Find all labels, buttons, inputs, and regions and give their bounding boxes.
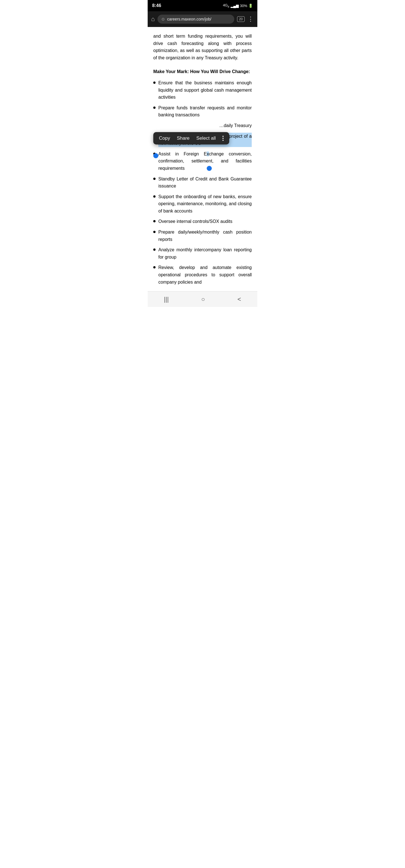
url-text: careers.maxeon.com/job/ <box>167 17 211 21</box>
recent-apps-button[interactable]: ||| <box>164 296 169 303</box>
status-bar: 8:46 4GE ▂▄▆ 30% 🔋 <box>148 0 257 11</box>
url-security-icon: ⊙ <box>162 17 165 21</box>
list-item: Review, develop and automate existing op… <box>153 264 252 286</box>
nav-bar: ||| ○ < <box>148 291 257 307</box>
bullet-text: Standby Letter of Credit and Bank Guaran… <box>158 176 252 190</box>
share-button[interactable]: Share <box>177 135 190 141</box>
browser-bar: ⌂ ⊙ careers.maxeon.com/job/ 20 ⋮ <box>148 11 257 27</box>
list-item-partial: …daily Treasury <box>153 122 252 129</box>
home-button[interactable]: ○ <box>201 296 205 303</box>
bullet-list: Ensure that the business maintains enoug… <box>153 79 252 286</box>
bullet-text: Prepare funds transfer requests and moni… <box>158 104 252 119</box>
status-time: 8:46 <box>152 3 161 8</box>
bullet-dot <box>153 266 155 269</box>
list-item: Prepare daily/weekly/monthly cash positi… <box>153 228 252 243</box>
bullet-dot <box>153 248 155 251</box>
selection-handle-right[interactable] <box>207 166 212 171</box>
bullet-text: Support the onboarding of new banks, ens… <box>158 193 252 215</box>
bullet-dot <box>153 220 155 222</box>
list-item: Analyze monthly intercompany loan report… <box>153 246 252 260</box>
list-item: Oversee internal controls/SOX audits <box>153 218 252 225</box>
bullet-text: Assist in Foreign Exchange conversion, c… <box>158 150 252 172</box>
signal-icon: ▂▄▆ <box>231 4 239 8</box>
more-options-button[interactable] <box>223 136 224 141</box>
bullet-text-partial: …daily Treasury <box>153 122 252 129</box>
bullet-text: Ensure that the business maintains enoug… <box>158 79 252 101</box>
bullet-text: Prepare daily/weekly/monthly cash positi… <box>158 228 252 243</box>
selection-handle-left[interactable] <box>153 153 158 158</box>
select-all-button[interactable]: Select all <box>196 135 216 141</box>
list-item: Standby Letter of Credit and Bank Guaran… <box>153 176 252 190</box>
bullet-text: Oversee internal controls/SOX audits <box>158 218 252 225</box>
bullet-dot <box>153 178 155 180</box>
bullet-dot <box>153 106 155 109</box>
intro-paragraph: and short term funding requirements, you… <box>153 33 252 61</box>
status-icons: 4GE ▂▄▆ 30% 🔋 <box>223 3 253 8</box>
section-heading: Make Your Mark: How You Will Drive Chang… <box>153 68 252 75</box>
copy-button[interactable]: Copy <box>159 135 170 141</box>
list-item: Support the onboarding of new banks, ens… <box>153 193 252 215</box>
bullet-dot <box>153 82 155 84</box>
back-button[interactable]: < <box>237 296 241 303</box>
battery-icon: 🔋 <box>248 4 253 8</box>
bullet-text: Review, develop and automate existing op… <box>158 264 252 286</box>
bullet-dot <box>153 195 155 197</box>
context-menu[interactable]: Copy Share Select all <box>153 132 229 145</box>
home-icon[interactable]: ⌂ <box>151 16 155 23</box>
page-content: and short term funding requirements, you… <box>148 27 257 286</box>
network-icon: 4GE <box>223 3 229 8</box>
tab-count[interactable]: 20 <box>237 16 245 22</box>
battery-text: 30% <box>240 4 247 8</box>
list-item: Prepare funds transfer requests and moni… <box>153 104 252 119</box>
list-item: Assist in Foreign Exchange conversion, c… <box>153 150 252 172</box>
list-item: Ensure that the business maintains enoug… <box>153 79 252 101</box>
url-bar[interactable]: ⊙ careers.maxeon.com/job/ <box>157 14 234 24</box>
bullet-dot <box>153 231 155 233</box>
menu-dots-icon[interactable]: ⋮ <box>248 16 254 23</box>
bullet-text: Analyze monthly intercompany loan report… <box>158 246 252 260</box>
